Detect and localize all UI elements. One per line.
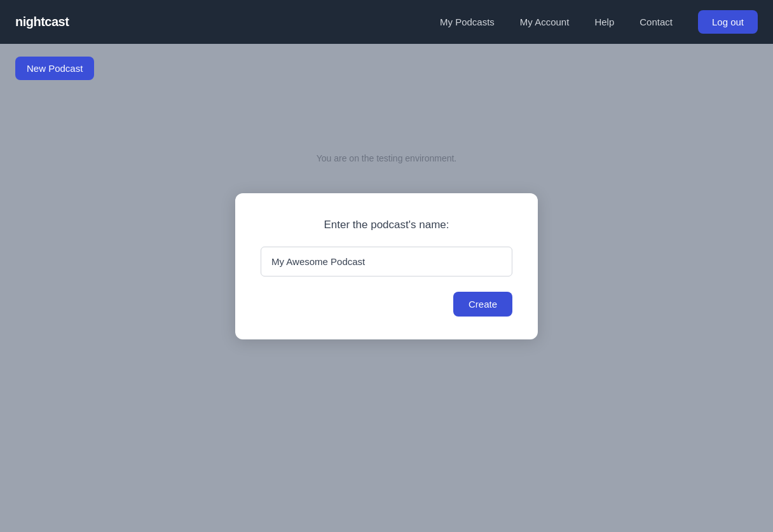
modal-title: Enter the podcast's name: [261,219,512,231]
create-button[interactable]: Create [453,292,512,317]
modal-footer: Create [261,292,512,317]
podcast-name-input[interactable] [261,247,512,276]
modal-overlay: Enter the podcast's name: Create [0,0,773,532]
create-podcast-modal: Enter the podcast's name: Create [235,193,538,339]
